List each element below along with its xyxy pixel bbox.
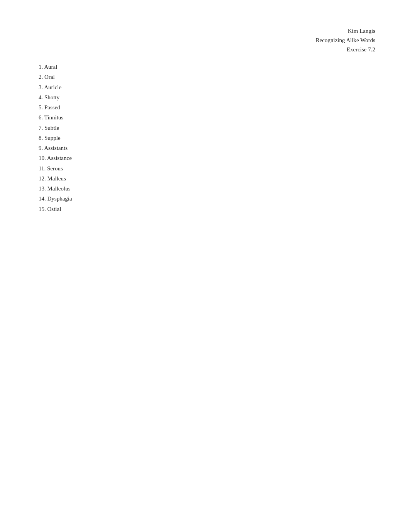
- list-item: 12. Malleus: [39, 173, 72, 184]
- word-list: 1. Aural2. Oral3. Auricle4. Shotty5. Pas…: [39, 62, 72, 214]
- list-item: 8. Supple: [39, 133, 72, 143]
- list-item: 15. Ostial: [39, 204, 72, 214]
- list-item: 13. Malleolus: [39, 184, 72, 194]
- list-item: 1. Aural: [39, 62, 72, 72]
- list-item: 11. Serous: [39, 163, 72, 173]
- list-item: 10. Assistance: [39, 153, 72, 163]
- list-item: 5. Passed: [39, 102, 72, 112]
- author-name: Kim Langis: [316, 26, 375, 36]
- header-block: Kim Langis Recognizing Alike Words Exerc…: [316, 26, 375, 54]
- subject-title: Recognizing Alike Words: [316, 36, 375, 45]
- list-item: 4. Shotty: [39, 92, 72, 102]
- exercise-label: Exercise 7.2: [316, 45, 375, 54]
- list-item: 14. Dysphagia: [39, 194, 72, 204]
- list-item: 2. Oral: [39, 72, 72, 82]
- list-item: 6. Tinnitus: [39, 112, 72, 122]
- list-item: 9. Assistants: [39, 143, 72, 153]
- list-item: 7. Subtle: [39, 123, 72, 133]
- list-item: 3. Auricle: [39, 82, 72, 92]
